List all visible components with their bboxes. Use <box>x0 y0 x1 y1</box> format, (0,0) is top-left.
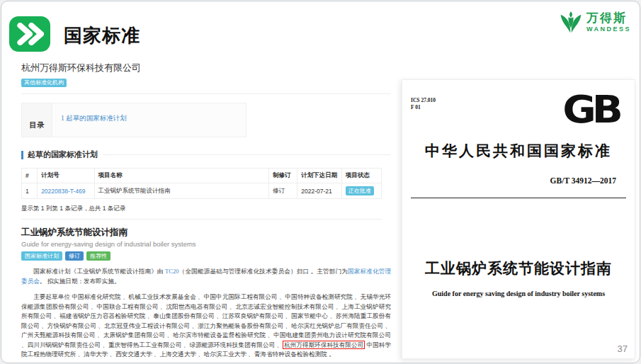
logo-text-cn: 万得斯 <box>586 12 631 24</box>
logo-text-en: WANDESS <box>586 26 631 33</box>
col-header-plan-no: 计划号 <box>38 169 94 183</box>
standard-title-en: Guide for energy saving design of indust… <box>402 290 635 297</box>
detail-title: 工业锅炉系统节能设计指南 <box>21 227 391 239</box>
records-note: 显示第 1 到第 1 条记录，总共 1 条记录 <box>21 205 382 220</box>
wandess-logo: 万得斯 WANDESS <box>559 10 631 34</box>
double-chevron-icon <box>9 16 50 52</box>
status-badge: 正在批准 <box>346 186 374 195</box>
page-title: 国家标准 <box>64 23 140 48</box>
red-highlight-box: 杭州万得斯环保科技有限公司 <box>283 341 365 349</box>
cell-date: 2022-07-21 <box>297 183 341 199</box>
cover-rule <box>411 198 626 198</box>
col-header-project-name: 项目名称 <box>94 169 268 183</box>
cell-project-name: 工业锅炉系统节能设计指南 <box>94 183 268 199</box>
badge-revision: 修订 <box>65 251 84 261</box>
standard-number: GB/T 34912—2017 <box>550 176 616 185</box>
col-header-index: # <box>22 169 38 183</box>
gb-logo: GB <box>562 88 619 132</box>
cell-revision: 修订 <box>269 183 297 199</box>
plan-table: # 计划号 项目名称 制修订 计划下达日期 项目状态 1 20220838-T-… <box>21 168 382 199</box>
leaf-icon <box>559 10 583 34</box>
paragraph-drafting-units: 主要起草单位 中国标准化研究院 、机械工业技术发展基金会 、中国中元国际工程有限… <box>21 292 391 360</box>
toc-box: 目录 1 起草的国家标准计划 <box>21 103 246 137</box>
standard-header: 中华人民共和国国家标准 <box>402 141 635 161</box>
col-header-revision: 制修订 <box>269 169 297 183</box>
section-accent-bar <box>21 151 23 159</box>
plan-no-link[interactable]: 20220838-T-469 <box>41 188 85 195</box>
standard-title: 工业锅炉系统节能设计指南 <box>402 258 635 278</box>
cell-index: 1 <box>22 183 38 199</box>
standard-cover: ICS 27.010 F 01 GB 中华人民共和国国家标准 GB/T 3491… <box>402 79 635 359</box>
toc-label: 目录 <box>22 103 52 137</box>
company-name: 杭州万得斯环保科技有限公司 <box>21 62 391 74</box>
badge-national-plan: 国家标准计划 <box>21 251 62 261</box>
ics-code: ICS 27.010 F 01 <box>411 97 436 111</box>
toc-link[interactable]: 1 起草的国家标准计划 <box>61 115 127 122</box>
company-type-badge: 其他标准化机构 <box>21 79 67 87</box>
col-header-status: 项目状态 <box>341 169 381 183</box>
detail-subtitle-en: Guide for energy-saving design of indust… <box>21 240 391 248</box>
table-header-row: # 计划号 项目名称 制修订 计划下达日期 项目状态 <box>22 169 382 183</box>
section-title: 起草的国家标准计划 <box>28 149 98 160</box>
badge-recommended: 推荐性 <box>86 251 110 261</box>
table-row: 1 20220838-T-469 工业锅炉系统节能设计指南 修订 2022-07… <box>22 183 382 199</box>
inline-link[interactable]: TC20 <box>165 268 179 275</box>
col-header-date: 计划下达日期 <box>297 169 341 183</box>
page-number: 37 <box>618 343 628 354</box>
section-rule <box>103 154 391 155</box>
detail-badges: 国家标准计划 修订 推荐性 <box>21 251 391 261</box>
section-header: 起草的国家标准计划 <box>21 149 391 160</box>
slide: 国家标准 万得斯 WANDESS 杭州万得斯环保科技有限公司 其他标准化机构 目… <box>1 1 640 363</box>
divider <box>21 93 391 94</box>
paragraph-plan-info: 国家标准计划《工业锅炉系统节能设计指南》由 TC20（全国能源基础与管理标准化技… <box>21 267 391 286</box>
webpage-screenshot: 杭州万得斯环保科技有限公司 其他标准化机构 目录 1 起草的国家标准计划 起草的… <box>21 62 391 359</box>
